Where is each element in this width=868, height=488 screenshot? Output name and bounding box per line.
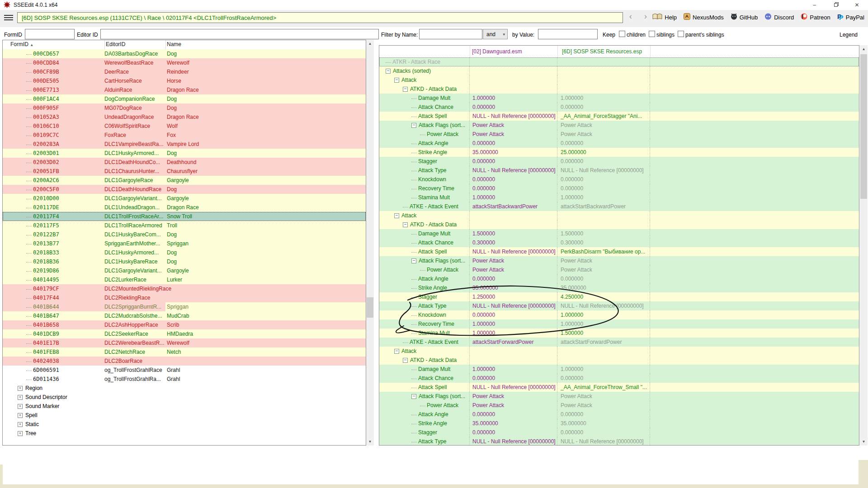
conflict-row[interactable]: Stagger1.2500004.250000 <box>379 292 859 301</box>
conflict-row[interactable]: Attack Angle0.0000000.000000 <box>379 139 859 148</box>
conflict-row[interactable]: –ATKD - Attack Data <box>379 84 859 94</box>
minimize-button[interactable]: – <box>804 0 825 10</box>
record-row[interactable]: 0401B644DLC2SprigganBurntR...Spriggan <box>3 302 366 311</box>
conflict-row[interactable]: Recovery Time0.0000000.000000 <box>379 184 859 193</box>
collapse-minus-icon[interactable]: – <box>411 123 416 128</box>
conflict-row[interactable]: Knockdown0.0000000.000000 <box>379 175 859 184</box>
conflict-row[interactable]: Damage Mult1.0000001.000000 <box>379 365 859 374</box>
record-row[interactable]: 02018B33DLC1HuskyArmored...Dog <box>3 248 366 257</box>
record-row[interactable]: 00109C7CFoxRaceFox <box>3 131 366 140</box>
expand-plus-icon[interactable]: + <box>18 404 23 409</box>
conflict-row[interactable]: ATKE - Attack EventattackStartForwardPow… <box>379 338 859 347</box>
collapse-minus-icon[interactable]: – <box>394 349 399 354</box>
record-row[interactable]: 0200A2C6DLC1GargoyleRaceGargoyle <box>3 176 366 185</box>
record-row[interactable]: 020117DEDLC1UndeadDragon...Dragon Race <box>3 203 366 212</box>
column-header-sosp[interactable]: [6D] SOSP SKSE Resources.esp <box>562 46 642 57</box>
record-row[interactable]: 000DE505CartHorseRaceHorse <box>3 76 366 85</box>
scroll-up-icon[interactable]: ▲ <box>860 45 868 53</box>
conflict-row[interactable]: ATKE - Attack EventattackStartBackwardPo… <box>379 202 859 211</box>
scroll-up-icon[interactable]: ▲ <box>366 40 374 47</box>
collapse-minus-icon[interactable]: – <box>403 87 408 92</box>
patreon-link[interactable]: Patreon <box>801 13 830 21</box>
record-row[interactable]: 0401DCB9DLC2SeekerRaceHMDaedra <box>3 329 366 338</box>
formid-input[interactable] <box>25 29 75 39</box>
scroll-down-icon[interactable]: ▼ <box>860 438 868 446</box>
record-row[interactable]: 02018B36DLC1HuskyBareRaceDog <box>3 257 366 266</box>
conflict-row[interactable]: Attack SpellNULL - Null Reference [00000… <box>379 383 859 392</box>
conflict-row[interactable]: Power AttackPower AttackPower Attack <box>379 401 859 410</box>
category-row[interactable]: +Region <box>3 384 366 393</box>
legend-link[interactable]: Legend <box>840 32 858 38</box>
record-row[interactable]: 02019D86DLC1GargoyleVariant...Gargoyle <box>3 266 366 275</box>
collapse-minus-icon[interactable]: – <box>394 78 399 83</box>
expand-plus-icon[interactable]: + <box>18 422 23 427</box>
conflict-row[interactable]: Attack TypeNULL - Null Reference [000000… <box>379 301 859 310</box>
record-row[interactable]: 02003D02DLC1DeathHoundCo...Deathhound <box>3 158 366 167</box>
conflict-row[interactable]: Attack SpellNULL - Null Reference [00000… <box>379 247 859 256</box>
column-header-dawnguard[interactable]: [02] Dawnguard.esm <box>472 46 522 57</box>
conflict-row[interactable]: –Attack <box>379 211 859 220</box>
conflict-row[interactable]: Attack Angle0.0000000.000000 <box>379 410 859 419</box>
keep-parents-siblings-checkbox[interactable] <box>678 31 684 37</box>
close-button[interactable]: ✕ <box>847 0 867 10</box>
record-row[interactable]: 000F905FMG07DogRaceDog <box>3 103 366 113</box>
filter-name-input[interactable] <box>419 29 482 39</box>
record-row[interactable]: 000F1AC4DogCompanionRaceDog <box>3 94 366 103</box>
conflict-row[interactable]: Strike Angle35.00000035.000000 <box>379 283 859 292</box>
conflict-row[interactable]: –Attack Flags (sort...Power AttackPower … <box>379 121 859 130</box>
conflict-row[interactable]: –ATKD - Attack Data <box>379 220 859 229</box>
right-scrollbar-thumb[interactable] <box>860 54 867 199</box>
help-link[interactable]: Help <box>652 13 677 21</box>
breadcrumb[interactable]: [6D] SOSP SKSE Resources.esp (1131C7CE) … <box>17 12 623 23</box>
record-row[interactable]: 6D011436og_TrollFrostGrahlRa...Grahl <box>3 375 366 384</box>
conflict-row[interactable]: Attack Chance0.0000000.000000 <box>379 103 859 112</box>
keep-children-checkbox[interactable] <box>619 31 625 37</box>
conflict-row[interactable]: Attack Chance0.0000000.000000 <box>379 374 859 383</box>
collapse-minus-icon[interactable]: – <box>386 69 391 74</box>
conflict-row[interactable]: Stagger0.0000000.000000 <box>379 157 859 166</box>
discord-link[interactable]: Discord <box>764 13 794 21</box>
record-row[interactable]: 0401B647DLC2MudcrabSolsthe...MudCrab <box>3 311 366 320</box>
record-row[interactable]: 04024038DLC2BoarRace <box>3 357 366 366</box>
category-row[interactable]: +Sound Descriptor <box>3 393 366 402</box>
category-row[interactable]: +Spell <box>3 411 366 420</box>
record-row[interactable]: 020117F4DLC1TrollFrostRaceAr...Snow Trol… <box>3 212 366 221</box>
left-scrollbar-thumb[interactable] <box>367 297 373 318</box>
conflict-row[interactable]: Damage Mult1.5000001.500000 <box>379 229 859 238</box>
conflict-row[interactable]: Power AttackPower AttackPower Attack <box>379 265 859 274</box>
scroll-down-icon[interactable]: ▼ <box>366 438 374 446</box>
conflict-row[interactable]: Strike Angle35.00000035.000000 <box>379 419 859 428</box>
collapse-minus-icon[interactable]: – <box>411 394 416 399</box>
record-row[interactable]: 040179CFDLC2MountedRieklingRace <box>3 284 366 293</box>
conflict-row[interactable]: –Attack <box>379 347 859 356</box>
conflict-row[interactable]: Stamina Mult1.0000001.000000 <box>379 193 859 202</box>
record-row[interactable]: 6D006591og_TrollFrostGrahlRaceGrahl <box>3 366 366 375</box>
editorid-input[interactable] <box>100 29 379 39</box>
record-row[interactable]: 0200283ADLC1VampireBeastRa...Vampire Lor… <box>3 140 366 149</box>
record-row[interactable]: 001052A3UndeadDragonRaceDragon Race <box>3 113 366 122</box>
restore-button[interactable] <box>826 0 846 10</box>
record-row[interactable]: 000CDD84WerewolfBeastRaceWerewolf <box>3 58 366 67</box>
filter-operator-select[interactable]: and ▾ <box>483 29 508 39</box>
collapse-minus-icon[interactable]: – <box>411 258 416 263</box>
category-row[interactable]: +Static <box>3 420 366 429</box>
conflict-row[interactable]: Attack SpellNULL - Null Reference [00000… <box>379 112 859 121</box>
keep-siblings-checkbox[interactable] <box>649 31 655 37</box>
conflict-row[interactable]: Recovery Time1.0000001.000000 <box>379 319 859 328</box>
record-row[interactable]: 020051FBDLC1ChaurusHunter...Chaurusflyer <box>3 167 366 176</box>
record-row[interactable]: 04017F44DLC2RieklingRace <box>3 293 366 302</box>
conflict-row[interactable]: –Attack <box>379 75 859 84</box>
conflict-row[interactable]: –Attack Flags (sort...Power AttackPower … <box>379 392 859 401</box>
expand-plus-icon[interactable]: + <box>18 386 23 391</box>
conflict-row[interactable]: Strike Angle35.00000025.000000 <box>379 148 859 157</box>
conflict-row[interactable]: Stagger0.0000000.000000 <box>379 428 859 437</box>
record-row[interactable]: 0401E17BDLC2WerebearBeastR...Werewolf <box>3 338 366 347</box>
menu-icon[interactable] <box>4 14 13 21</box>
conflict-row[interactable]: Attack Chance0.3000000.300000 <box>379 238 859 247</box>
record-row[interactable]: 02003D01DLC1HuskyArmored...Dog <box>3 149 366 158</box>
record-row[interactable]: 00106C10C06WolfSpiritRaceWolf <box>3 122 366 131</box>
expand-plus-icon[interactable]: + <box>18 413 23 418</box>
github-link[interactable]: GitHub <box>731 13 758 21</box>
column-header-editorid[interactable]: EditorID <box>106 41 125 47</box>
nav-back-icon[interactable]: ‹ <box>625 11 637 21</box>
